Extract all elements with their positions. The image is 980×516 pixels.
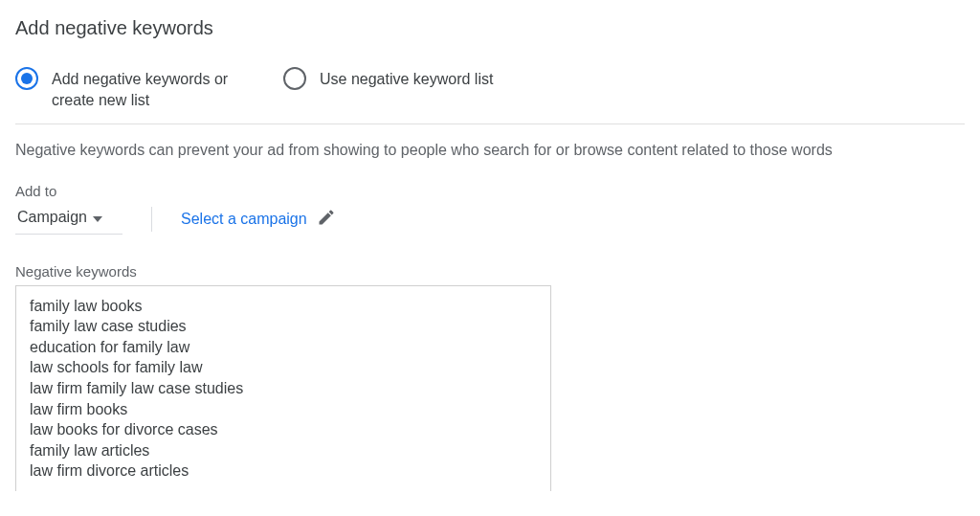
section-divider: [15, 123, 965, 124]
negative-keywords-textarea[interactable]: family law books family law case studies…: [15, 285, 551, 491]
add-to-dropdown[interactable]: Campaign: [15, 205, 122, 235]
vertical-divider: [151, 207, 152, 232]
add-to-dropdown-value: Campaign: [17, 209, 87, 226]
radio-option-use-list[interactable]: Use negative keyword list: [283, 66, 493, 90]
chevron-down-icon: [93, 209, 102, 226]
radio-option-add-keywords[interactable]: Add negative keywords or create new list: [15, 66, 253, 110]
select-campaign-link[interactable]: Select a campaign: [181, 208, 336, 231]
pencil-icon: [317, 208, 336, 231]
add-to-label: Add to: [15, 183, 965, 199]
radio-label-add-keywords: Add negative keywords or create new list: [52, 66, 253, 110]
add-to-row: Campaign Select a campaign: [15, 205, 965, 235]
description-text: Negative keywords can prevent your ad fr…: [15, 140, 965, 161]
radio-label-use-list: Use negative keyword list: [320, 66, 493, 90]
radio-checked-icon: [15, 67, 38, 90]
radio-group: Add negative keywords or create new list…: [15, 66, 965, 110]
negative-keywords-label: Negative keywords: [15, 263, 965, 280]
page-title: Add negative keywords: [15, 17, 965, 39]
radio-unchecked-icon: [283, 67, 306, 90]
select-campaign-label: Select a campaign: [181, 211, 307, 228]
